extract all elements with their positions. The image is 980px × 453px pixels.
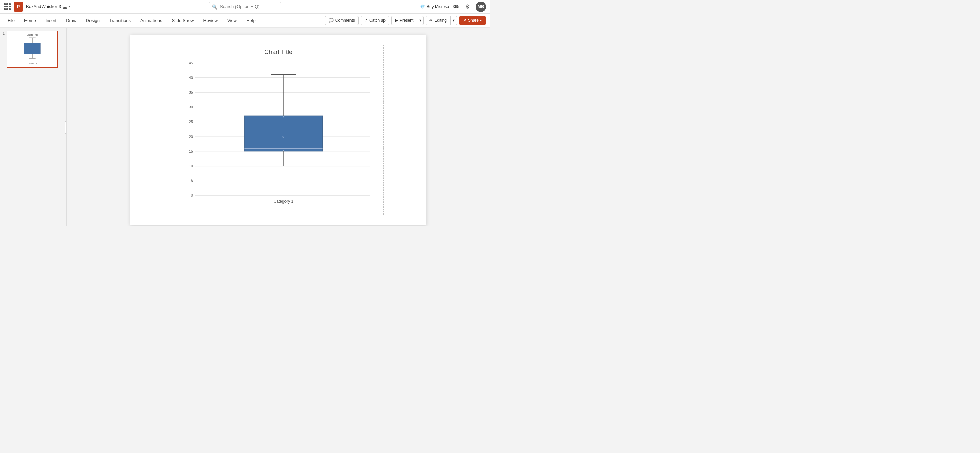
slide-thumbnail-item: 1 Chart Title Category 1	[3, 31, 64, 68]
svg-rect-4	[24, 43, 40, 54]
present-icon: ▶	[395, 18, 398, 23]
slide-number: 1	[3, 31, 5, 35]
app-grid-icon[interactable]	[4, 3, 11, 10]
comments-button[interactable]: 💬 Comments	[325, 16, 359, 25]
share-label: Share	[468, 18, 479, 23]
present-label: Present	[399, 18, 414, 23]
chevron-down-icon[interactable]: ▾	[68, 5, 70, 9]
main-area: 1 Chart Title Category 1 ◀	[0, 28, 490, 226]
slide-thumbnail[interactable]: Chart Title Category 1	[7, 31, 58, 68]
share-dropdown-arrow: ▾	[480, 19, 482, 22]
share-icon: ↗	[463, 18, 466, 23]
edit-icon: ✏	[430, 18, 433, 23]
ribbon: File Home Insert Draw Design Transitions…	[0, 14, 490, 28]
catchup-label: Catch up	[369, 18, 385, 23]
present-button[interactable]: ▶ Present	[391, 16, 417, 25]
tab-home[interactable]: Home	[19, 14, 41, 27]
search-bar: 🔍	[208, 2, 282, 11]
svg-text:Category 1: Category 1	[274, 199, 294, 204]
svg-text:20: 20	[189, 134, 193, 139]
present-button-group: ▶ Present ▾	[391, 16, 424, 25]
svg-text:0: 0	[191, 193, 193, 197]
svg-text:Category 1: Category 1	[27, 62, 37, 64]
slide-canvas[interactable]: Chart Title	[130, 35, 426, 225]
tab-design[interactable]: Design	[81, 14, 105, 27]
tab-view[interactable]: View	[223, 14, 242, 27]
editor-area: Chart Title	[67, 28, 490, 226]
chart-svg: 45 40 35 30 25 20 15 10 5 0	[177, 57, 380, 208]
tab-help[interactable]: Help	[242, 14, 260, 27]
svg-text:40: 40	[189, 76, 193, 80]
ribbon-tabs: File Home Insert Draw Design Transitions…	[3, 14, 325, 27]
gear-icon: ⚙	[465, 3, 470, 10]
svg-text:Chart Title: Chart Title	[27, 33, 38, 37]
slide-panel: 1 Chart Title Category 1 ◀	[0, 28, 67, 226]
slide-thumb-svg: Chart Title Category 1	[8, 31, 57, 67]
svg-text:5: 5	[191, 179, 193, 183]
avatar[interactable]: MB	[476, 2, 486, 12]
comments-label: Comments	[335, 18, 355, 23]
svg-text:45: 45	[189, 61, 193, 65]
svg-text:25: 25	[189, 120, 193, 124]
title-right-actions: 💎 Buy Microsoft 365 ⚙ MB	[420, 2, 486, 12]
tab-slideshow[interactable]: Slide Show	[167, 14, 198, 27]
tab-animations[interactable]: Animations	[135, 14, 167, 27]
catchup-icon: ↺	[364, 18, 368, 23]
diamond-icon: 💎	[420, 5, 425, 9]
present-dropdown-button[interactable]: ▾	[417, 16, 424, 25]
tab-transitions[interactable]: Transitions	[105, 14, 135, 27]
ppt-logo: P	[14, 2, 23, 11]
tab-draw[interactable]: Draw	[61, 14, 81, 27]
file-name-text: BoxAndWhisker 3	[26, 4, 61, 9]
svg-text:35: 35	[189, 90, 193, 94]
chart-svg-wrap: 45 40 35 30 25 20 15 10 5 0	[177, 57, 380, 208]
chevron-down-icon: ▾	[419, 18, 421, 23]
ribbon-right-actions: 💬 Comments ↺ Catch up ▶ Present ▾ ✏ Edit…	[325, 16, 490, 25]
file-name: BoxAndWhisker 3 ☁ ▾	[26, 4, 70, 10]
svg-text:10: 10	[189, 164, 193, 168]
chart-container[interactable]: Chart Title	[173, 45, 384, 215]
chart-title: Chart Title	[177, 49, 380, 56]
chevron-down-icon: ▾	[453, 18, 455, 23]
title-bar: P BoxAndWhisker 3 ☁ ▾ 🔍 💎 Buy Microsoft …	[0, 0, 490, 14]
comment-icon: 💬	[329, 18, 334, 23]
buy-ms365-label: Buy Microsoft 365	[427, 5, 460, 9]
catchup-button[interactable]: ↺ Catch up	[361, 16, 389, 25]
tab-file[interactable]: File	[3, 14, 19, 27]
svg-text:30: 30	[189, 105, 193, 109]
search-input[interactable]	[208, 2, 282, 11]
svg-text:15: 15	[189, 149, 193, 153]
share-button[interactable]: ↗ Share ▾	[459, 16, 486, 24]
editing-dropdown-button[interactable]: ▾	[450, 16, 457, 25]
editing-button-group: ✏ Editing ▾	[426, 16, 457, 25]
svg-rect-31	[244, 116, 322, 151]
svg-text:×: ×	[282, 135, 285, 139]
search-icon: 🔍	[212, 4, 218, 9]
panel-collapse-button[interactable]: ◀	[65, 121, 67, 134]
tab-review[interactable]: Review	[198, 14, 223, 27]
svg-text:×: ×	[282, 115, 284, 118]
editing-label: Editing	[434, 18, 447, 23]
buy-microsoft-365-button[interactable]: 💎 Buy Microsoft 365	[420, 5, 460, 9]
settings-button[interactable]: ⚙	[463, 2, 472, 11]
tab-insert[interactable]: Insert	[41, 14, 62, 27]
editing-button[interactable]: ✏ Editing	[426, 16, 450, 25]
cloud-save-icon[interactable]: ☁	[62, 4, 67, 10]
